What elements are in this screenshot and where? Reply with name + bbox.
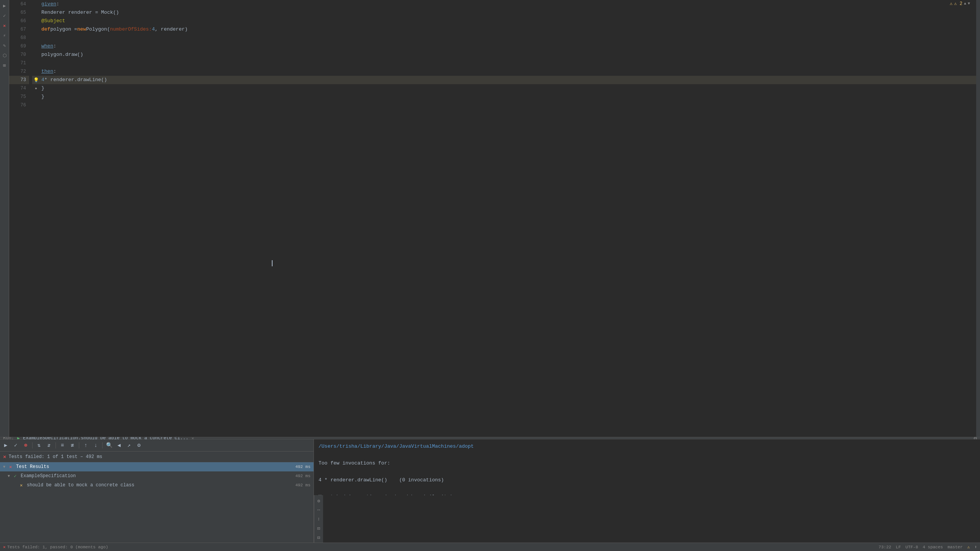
status-branch: master — [947, 545, 963, 549]
bottom-panel: ▶ ✓ ⊗ ⇅ ⇵ ≡ ≢ ↑ ↓ 🔍 ◀ ↗ ⚙ — [0, 439, 980, 543]
sort-asc-btn[interactable]: ⇅ — [35, 441, 43, 450]
collapse-btn[interactable]: ◀ — [115, 441, 123, 450]
editor-scrollbar[interactable] — [976, 0, 980, 437]
bottom-content: ▶ ✓ ⊗ ⇅ ⇵ ≡ ≢ ↑ ↓ 🔍 ◀ ↗ ⚙ — [0, 439, 980, 543]
test-summary-text: Tests failed: 1 of 1 test – 492 ms — [8, 454, 102, 460]
stop-btn[interactable]: ⊗ — [21, 441, 30, 450]
right-settings-icon[interactable]: ⚙ — [315, 497, 323, 505]
left-sidebar: ▶ ✓ ✕ ⚡ ✎ ⬡ ⊞ — [0, 0, 9, 437]
test-node-case-label: should be able to mock a concrete class — [27, 483, 295, 488]
output-invocations: 4 * renderer.drawLine() (0 invocations) — [318, 476, 975, 484]
right-minus-icon[interactable]: ⊟ — [315, 533, 323, 542]
line-num-67: 67 — [9, 25, 29, 34]
filter1-btn[interactable]: ≡ — [58, 441, 67, 450]
status-icon-root: ✕ — [9, 464, 15, 470]
sort-desc-btn[interactable]: ⇵ — [45, 441, 53, 450]
icon-66 — [32, 17, 40, 25]
sep2 — [56, 442, 56, 448]
code-line-75: } — [40, 93, 976, 101]
line-num-72: 72 — [9, 67, 29, 76]
right-toolbar: ⚙ ↔ ↕ ⊡ ⊟ — [314, 495, 323, 543]
test-results-content[interactable]: ▼ ✕ Test Results 492 ms ▼ ✓ ExampleSpeci… — [0, 462, 314, 543]
status-git-icon: ⬆ — [974, 544, 977, 549]
warning-down[interactable]: ▼ — [968, 2, 970, 6]
test-node-case-time: 492 ms — [295, 483, 310, 487]
line-num-66: 66 — [9, 17, 29, 25]
right-expand-icon[interactable]: ↔ — [315, 506, 323, 514]
test-node-example-spec[interactable]: ▼ ✓ ExampleSpecification 492 ms — [0, 471, 314, 481]
line-num-76: 76 — [9, 101, 29, 109]
test-node-spec-label: ExampleSpecification — [21, 473, 295, 479]
lightning-icon[interactable]: ⚡ — [0, 31, 9, 40]
code-line-74: } — [40, 84, 976, 93]
icon-69 — [32, 42, 40, 51]
filter2-btn[interactable]: ≢ — [68, 441, 77, 450]
output-content[interactable]: /Users/trisha/Library/Java/JavaVirtualMa… — [314, 439, 980, 495]
output-blank1 — [318, 451, 975, 459]
right-grid-icon[interactable]: ⊡ — [315, 524, 323, 533]
test-node-case[interactable]: ✕ should be able to mock a concrete clas… — [0, 481, 314, 490]
output-blank2 — [318, 468, 975, 476]
settings2-btn[interactable]: ⚙ — [135, 441, 143, 450]
line-num-69: 69 — [9, 42, 29, 51]
status-position: 73:22 — [879, 545, 891, 549]
test-toolbar: ▶ ✓ ⊗ ⇅ ⇵ ≡ ≢ ↑ ↓ 🔍 ◀ ↗ ⚙ — [0, 439, 314, 452]
icon-65 — [32, 8, 40, 17]
output-too-few: Too few invocations for: — [318, 459, 975, 468]
sep3 — [79, 442, 79, 448]
test-fail-icon: ✕ — [3, 453, 6, 460]
status-alert-icon: ⚠ — [967, 544, 970, 549]
check-btn[interactable]: ✓ — [11, 441, 20, 450]
line-numbers: 64 65 66 67 68 69 70 71 72 73 74 75 76 — [9, 0, 32, 437]
icon-75 — [32, 93, 40, 101]
expand-icon-root[interactable]: ▼ — [3, 465, 8, 469]
code-container: ▶ ✓ ✕ ⚡ ✎ ⬡ ⊞ 64 65 66 67 68 69 70 71 72… — [0, 0, 980, 437]
icon-68 — [32, 34, 40, 42]
status-lf: LF — [896, 545, 901, 549]
sep4 — [102, 442, 103, 448]
code-line-71 — [40, 59, 976, 67]
warning-up[interactable]: ▲ — [964, 2, 966, 6]
icon-72 — [32, 67, 40, 76]
test-node-spec-time: 492 ms — [295, 474, 310, 478]
search-btn[interactable]: 🔍 — [105, 441, 113, 450]
code-line-66: @Subject — [40, 17, 976, 25]
test-results-panel: ▶ ✓ ⊗ ⇅ ⇵ ≡ ≢ ↑ ↓ 🔍 ◀ ↗ ⚙ — [0, 439, 314, 543]
output-path-line: /Users/trisha/Library/Java/JavaVirtualMa… — [318, 442, 975, 451]
icon-73[interactable]: 💡 — [32, 76, 40, 84]
edit-icon[interactable]: ✎ — [0, 41, 9, 50]
code-content[interactable]: given: Renderer renderer = Mock() @Subje… — [40, 0, 976, 437]
line-num-71: 71 — [9, 59, 29, 67]
line-num-73: 73 — [9, 76, 29, 84]
warning-badge[interactable]: ⚠ ⚠ 2 ▲ ▼ — [947, 0, 972, 7]
next-btn[interactable]: ↓ — [91, 441, 100, 450]
prev-btn[interactable]: ↑ — [82, 441, 90, 450]
error-icon[interactable]: ✕ — [0, 21, 9, 30]
code-line-68 — [40, 34, 976, 42]
status-indent: 4 spaces — [923, 545, 943, 549]
code-line-67: def polygon = new Polygon( numberOfSides… — [40, 25, 976, 34]
status-fail-icon: ✕ — [3, 544, 6, 549]
hex-icon[interactable]: ⬡ — [0, 51, 9, 60]
line-num-64: 64 — [9, 0, 29, 8]
line-num-75: 75 — [9, 93, 29, 101]
icon-64 — [32, 0, 40, 8]
warning-icon: ⚠ — [950, 1, 952, 7]
status-bar: ✕ Tests failed: 1, passed: 0 (moments ag… — [0, 543, 980, 551]
status-fail-text: Tests failed: 1, passed: 0 (moments ago) — [7, 545, 108, 549]
run-icon[interactable]: ▶ — [0, 2, 9, 10]
icon-70 — [32, 51, 40, 59]
test-summary-left: ✕ Tests failed: 1 of 1 test – 492 ms — [3, 453, 102, 460]
status-charset: UTF-8 — [905, 545, 918, 549]
status-icon-spec: ✓ — [14, 473, 19, 479]
expand-btn[interactable]: ↗ — [125, 441, 133, 450]
line-num-68: 68 — [9, 34, 29, 42]
check-icon[interactable]: ✓ — [0, 11, 9, 20]
icon-74: ● — [32, 84, 40, 93]
output-unmatched: Unmatched invocations (ordered by simila… — [318, 493, 975, 495]
right-collapse-icon[interactable]: ↕ — [315, 515, 323, 523]
run-btn[interactable]: ▶ — [2, 441, 10, 450]
expand-icon-spec[interactable]: ▼ — [8, 474, 13, 478]
test-node-root[interactable]: ▼ ✕ Test Results 492 ms — [0, 462, 314, 471]
grid-icon[interactable]: ⊞ — [0, 61, 9, 70]
